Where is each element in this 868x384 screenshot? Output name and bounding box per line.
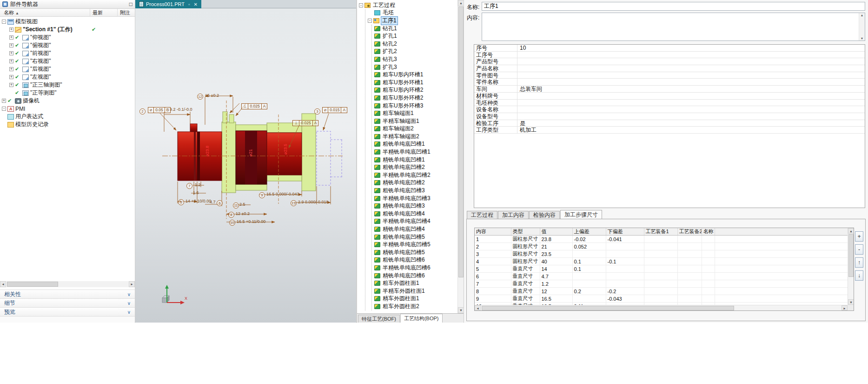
operation-item[interactable]: 精铣单纯底凹槽4 <box>372 225 457 233</box>
detail-tab-2[interactable]: 检验内容 <box>529 211 560 219</box>
column-header[interactable]: 类型 <box>511 228 540 236</box>
operation-group-item[interactable]: -工序1 <box>365 17 457 25</box>
scrollbar-thumb[interactable] <box>482 306 734 310</box>
remove-row-button[interactable]: - <box>855 244 863 255</box>
process-tab-0[interactable]: 特征工艺(BOF) <box>358 315 400 323</box>
content-scrollbar[interactable]: ▲▼ <box>859 13 865 40</box>
expand-icon[interactable]: + <box>9 59 13 63</box>
operation-item[interactable]: 粗车U形外环槽2 <box>372 94 457 102</box>
collapse-icon[interactable]: - <box>368 19 372 23</box>
collapse-icon[interactable]: - <box>2 20 6 24</box>
viewport-tab[interactable]: Process001.PRT ▫ ✕ <box>135 0 201 8</box>
table-row[interactable]: 3圆柱形尺寸23.5 <box>475 250 848 258</box>
collapse-icon[interactable]: - <box>2 107 6 111</box>
operation-item[interactable]: 半精车外圆柱面1 <box>372 287 457 295</box>
nav-tree-item[interactable]: +✔"左视图" <box>0 73 135 81</box>
table-row[interactable]: 4圆柱形尺寸400.1-0.1 <box>475 258 848 265</box>
process-tree-scrollbar[interactable]: ▲ ▼ <box>457 0 464 313</box>
section-header[interactable]: 细节∨ <box>0 298 135 307</box>
nav-tree-item[interactable]: +✔"右视图" <box>0 57 135 65</box>
operation-item[interactable]: 扩孔3 <box>372 63 457 71</box>
attribute-value[interactable] <box>517 113 520 120</box>
operation-item[interactable]: 精铣单纯底凹槽5 <box>372 249 457 256</box>
attribute-value[interactable]: 总装车间 <box>517 86 542 92</box>
nav-tree-item[interactable]: 模型历史记录 <box>0 121 135 128</box>
nav-tree-item[interactable]: +✔"正三轴测图" <box>0 81 135 89</box>
operation-item[interactable]: 粗车轴端面1 <box>372 109 457 117</box>
scrollbar-track[interactable] <box>481 305 841 310</box>
scroll-down-icon[interactable]: ▼ <box>848 299 854 305</box>
operation-item[interactable]: 粗车U形外环槽3 <box>372 102 457 110</box>
operation-item[interactable]: 扩孔2 <box>372 48 457 56</box>
process-tab-1[interactable]: 工艺结构(BOP) <box>400 314 443 323</box>
navigator-horizontal-scrollbar[interactable]: ◂ ▸ <box>0 281 135 287</box>
table-row[interactable]: 8垂直尺寸120.2-0.2 <box>475 288 848 295</box>
operation-item[interactable]: 精铣单纯底凹槽1 <box>372 156 457 164</box>
add-row-button[interactable]: + <box>855 231 863 242</box>
operation-item[interactable]: 精铣单纯底凹槽2 <box>372 179 457 187</box>
viewport-canvas[interactable]: 15 ±0.2129.2 -0.1/-0.0⌀0.05B2⊥0.025A⊥0.0… <box>135 8 356 323</box>
scrollbar-thumb[interactable] <box>848 234 854 277</box>
operation-item[interactable]: 粗车U形外环槽1 <box>372 79 457 87</box>
table-row[interactable]: 6垂直尺寸4.7 <box>475 273 848 280</box>
scroll-right-icon[interactable]: ▸ <box>129 281 135 287</box>
operation-item[interactable]: 粗铣单纯底凹槽4 <box>372 210 457 218</box>
close-tab-icon[interactable]: ✕ <box>194 2 198 7</box>
attribute-value[interactable] <box>517 72 520 79</box>
nav-tree-item[interactable]: +"Section #1" (工作)✔ <box>0 26 135 34</box>
table-row[interactable]: 1圆柱形尺寸23.8-0.02-0.041 <box>475 236 848 243</box>
float-window-icon[interactable]: ▫ <box>188 2 190 7</box>
operation-item[interactable]: 粗铣单纯底凹槽3 <box>372 187 457 195</box>
operation-item[interactable]: 扩孔1 <box>372 32 457 40</box>
scrollbar-thumb[interactable] <box>7 282 58 287</box>
collapse-icon[interactable]: - <box>359 3 363 7</box>
table-row[interactable]: 7垂直尺寸1.2 <box>475 280 848 288</box>
nav-tree-item[interactable]: -PMI <box>0 105 135 113</box>
operation-item[interactable]: 半精铣单纯底凹槽5 <box>372 241 457 249</box>
scrollbar-track[interactable] <box>6 281 129 287</box>
scroll-left-icon[interactable]: ◂ <box>0 281 6 287</box>
column-header[interactable]: 工艺装备2 <box>677 228 702 236</box>
expand-icon[interactable]: + <box>9 67 13 71</box>
attribute-value[interactable] <box>517 79 520 85</box>
scroll-up-icon[interactable]: ▲ <box>458 0 464 6</box>
detail-tab-1[interactable]: 加工内容 <box>498 211 529 219</box>
scrollbar-thumb[interactable] <box>458 7 464 277</box>
scroll-up-icon[interactable]: ▲ <box>848 228 854 234</box>
scroll-left-icon[interactable]: ◂ <box>475 305 481 310</box>
nav-tree-item[interactable]: +✔"仰视图" <box>0 34 135 41</box>
operation-item[interactable]: 半精铣单纯底凹槽3 <box>372 195 457 202</box>
operation-item[interactable]: 半精铣单纯底凹槽1 <box>372 148 457 156</box>
operation-item[interactable]: 钻孔1 <box>372 25 457 33</box>
attribute-value[interactable] <box>517 65 520 72</box>
nav-tree-item[interactable]: +✔摄像机 <box>0 97 135 105</box>
nav-tree-item[interactable]: +✔"俯视图" <box>0 41 135 49</box>
table-row[interactable]: 5垂直尺寸140.1 <box>475 265 848 273</box>
operation-item[interactable]: 粗车外圆柱面1 <box>372 279 457 287</box>
table-vertical-scrollbar[interactable]: ▲ ▼ <box>848 228 854 305</box>
column-header[interactable]: 内容 <box>475 228 511 236</box>
expand-icon[interactable]: + <box>9 27 13 32</box>
column-header[interactable]: 上偏差 <box>572 228 606 236</box>
detail-tab-3[interactable]: 加工步骤尺寸 <box>560 210 602 219</box>
column-header[interactable]: 值 <box>540 228 572 236</box>
expand-icon[interactable]: + <box>9 35 13 40</box>
move-down-button[interactable]: ↓ <box>855 270 863 281</box>
detail-tab-0[interactable]: 工艺过程 <box>467 211 497 219</box>
operation-item[interactable]: 精车外圆柱面1 <box>372 295 457 303</box>
column-header[interactable]: 名称 <box>702 228 715 236</box>
operation-item[interactable]: 精铣单纯底凹槽6 <box>372 272 457 280</box>
nav-tree-item[interactable]: +✔"前视图" <box>0 49 135 57</box>
content-textarea[interactable]: ▲▼ <box>482 13 865 41</box>
blank-item[interactable]: 毛坯 <box>365 9 457 17</box>
table-row[interactable]: 2圆柱形尺寸210.052 <box>475 243 848 250</box>
move-up-button[interactable]: ↑ <box>855 257 863 268</box>
attribute-value[interactable] <box>517 106 520 113</box>
nav-tree-item[interactable]: ✔"正等测图" <box>0 89 135 97</box>
attribute-value[interactable]: 是 <box>517 120 525 127</box>
nav-tree-item[interactable]: -模型视图 <box>0 18 135 26</box>
attribute-value[interactable] <box>517 93 520 99</box>
undock-window-button[interactable]: □ <box>129 1 133 7</box>
operation-item[interactable]: 半精铣单纯底凹槽6 <box>372 264 457 272</box>
operation-item[interactable]: 半精铣单纯底凹槽4 <box>372 218 457 226</box>
